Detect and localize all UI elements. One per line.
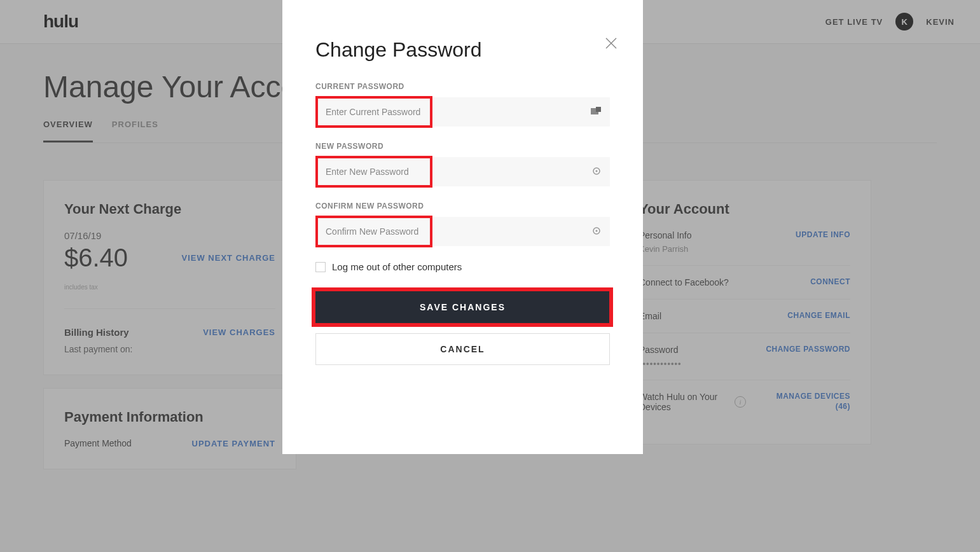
- modal-title: Change Password: [315, 38, 610, 62]
- key-icon: [592, 167, 601, 177]
- hulu-logo[interactable]: hulu: [43, 11, 78, 32]
- column-left: Your Next Charge 07/16/19 $6.40 VIEW NEX…: [43, 180, 296, 469]
- header-right: GET LIVE TV K KEVIN: [825, 13, 955, 31]
- confirm-password-input[interactable]: [315, 217, 610, 246]
- billing-history-label: Billing History: [64, 327, 129, 338]
- key-icon: [592, 226, 601, 237]
- save-button[interactable]: SAVE CHANGES: [315, 291, 610, 323]
- connect-facebook-link[interactable]: CONNECT: [810, 277, 850, 287]
- svg-point-7: [596, 230, 598, 232]
- personal-info-label: Personal Info: [639, 230, 692, 240]
- change-email-link[interactable]: CHANGE EMAIL: [787, 311, 850, 321]
- password-mask: ••••••••••••: [639, 359, 682, 368]
- personal-info-name: Kevin Parrish: [639, 244, 692, 254]
- devices-label: Watch Hulu on Your Devices: [639, 392, 728, 412]
- current-password-label: CURRENT PASSWORD: [315, 82, 610, 91]
- current-password-input[interactable]: [315, 97, 610, 127]
- logout-checkbox[interactable]: [315, 262, 326, 272]
- svg-point-5: [596, 170, 598, 172]
- payment-heading: Payment Information: [64, 409, 275, 425]
- tax-note: includes tax: [64, 284, 275, 291]
- view-next-charge-link[interactable]: VIEW NEXT CHARGE: [182, 253, 275, 263]
- password-manager-icon[interactable]: [591, 107, 601, 118]
- close-icon[interactable]: [604, 36, 619, 53]
- password-label: Password: [639, 345, 682, 355]
- next-charge-heading: Your Next Charge: [64, 201, 275, 217]
- payment-method-label: Payment Method: [64, 438, 132, 448]
- last-payment-label: Last payment on:: [64, 344, 275, 354]
- tab-profiles[interactable]: PROFILES: [112, 120, 158, 142]
- view-charges-link[interactable]: VIEW CHARGES: [203, 328, 275, 337]
- get-live-tv-link[interactable]: GET LIVE TV: [825, 17, 883, 27]
- logout-label: Log me out of other computers: [332, 261, 462, 272]
- tab-overview[interactable]: OVERVIEW: [43, 120, 93, 142]
- column-right: Your Account Personal Info Kevin Parrish…: [618, 180, 871, 469]
- confirm-password-label: CONFIRM NEW PASSWORD: [315, 202, 610, 210]
- new-password-label: NEW PASSWORD: [315, 142, 610, 151]
- username-label[interactable]: KEVIN: [926, 17, 955, 27]
- next-charge-amount: $6.40: [64, 244, 128, 272]
- cancel-button[interactable]: CANCEL: [315, 333, 610, 365]
- facebook-label: Connect to Facebook?: [639, 277, 729, 287]
- avatar[interactable]: K: [895, 13, 913, 31]
- new-password-input[interactable]: [315, 157, 610, 186]
- info-icon[interactable]: i: [735, 396, 746, 408]
- update-payment-link[interactable]: UPDATE PAYMENT: [192, 439, 276, 448]
- update-info-link[interactable]: UPDATE INFO: [796, 230, 850, 254]
- account-card: Your Account Personal Info Kevin Parrish…: [618, 180, 871, 445]
- change-password-modal: Change Password CURRENT PASSWORD NEW PAS…: [282, 0, 643, 454]
- manage-devices-link[interactable]: MANAGE DEVICES (46): [776, 392, 850, 412]
- account-heading: Your Account: [639, 201, 850, 217]
- next-charge-card: Your Next Charge 07/16/19 $6.40 VIEW NEX…: [43, 180, 296, 375]
- next-charge-date: 07/16/19: [64, 230, 275, 241]
- payment-card: Payment Information Payment Method UPDAT…: [43, 388, 296, 469]
- change-password-link[interactable]: CHANGE PASSWORD: [766, 345, 850, 368]
- svg-rect-3: [596, 107, 601, 112]
